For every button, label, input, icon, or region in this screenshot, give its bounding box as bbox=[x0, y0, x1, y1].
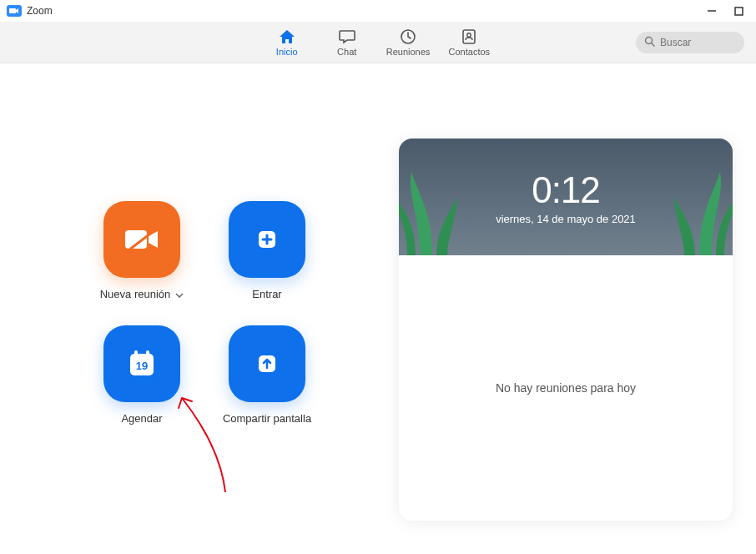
calendar-body: No hay reuniones para hoy bbox=[399, 255, 733, 521]
nav-tabs: Inicio Chat Reuniones Contactos bbox=[266, 28, 491, 57]
home-icon bbox=[278, 28, 296, 45]
video-camera-icon bbox=[103, 201, 180, 278]
new-meeting-tile[interactable]: Nueva reunión bbox=[100, 201, 184, 300]
tab-label: Inicio bbox=[276, 47, 298, 57]
tile-label: Compartir pantalla bbox=[223, 412, 311, 425]
clock-time: 0:12 bbox=[532, 169, 600, 211]
zoom-logo-icon bbox=[7, 5, 22, 17]
main-content: Nueva reunión Entrar bbox=[0, 63, 756, 554]
tab-inicio[interactable]: Inicio bbox=[266, 28, 308, 57]
tile-grid: Nueva reunión Entrar bbox=[79, 201, 330, 425]
action-tiles-panel: Nueva reunión Entrar bbox=[17, 88, 392, 537]
search-box[interactable] bbox=[636, 32, 744, 53]
svg-rect-0 bbox=[9, 8, 16, 13]
tab-reuniones[interactable]: Reuniones bbox=[386, 28, 431, 57]
titlebar: Zoom bbox=[0, 0, 756, 22]
svg-point-5 bbox=[467, 33, 471, 36]
search-input[interactable] bbox=[660, 37, 736, 48]
tile-label: Nueva reunión bbox=[100, 288, 184, 300]
tile-label: Entrar bbox=[252, 288, 281, 300]
tab-label: Contactos bbox=[449, 47, 491, 57]
svg-line-7 bbox=[652, 43, 655, 46]
tab-label: Chat bbox=[337, 47, 356, 57]
share-screen-tile[interactable]: Compartir pantalla bbox=[223, 325, 311, 425]
join-tile[interactable]: Entrar bbox=[229, 201, 305, 300]
search-icon bbox=[644, 35, 655, 50]
no-meetings-text: No hay reuniones para hoy bbox=[496, 381, 636, 395]
calendar-card: 0:12 viernes, 14 de mayo de 2021 No hay … bbox=[399, 138, 733, 521]
tab-chat[interactable]: Chat bbox=[326, 28, 368, 57]
calendar-header: 0:12 viernes, 14 de mayo de 2021 bbox=[399, 138, 733, 255]
chat-icon bbox=[339, 28, 355, 45]
window-controls bbox=[706, 5, 749, 17]
contacts-icon bbox=[461, 28, 477, 45]
svg-rect-14 bbox=[134, 350, 138, 357]
window-title: Zoom bbox=[27, 5, 53, 17]
titlebar-left: Zoom bbox=[7, 5, 53, 17]
clock-date: viernes, 14 de mayo de 2021 bbox=[496, 213, 636, 225]
chevron-down-icon[interactable] bbox=[175, 288, 184, 300]
calendar-panel: 0:12 viernes, 14 de mayo de 2021 No hay … bbox=[392, 88, 739, 537]
tile-label: Agendar bbox=[121, 412, 162, 425]
tab-contactos[interactable]: Contactos bbox=[448, 28, 490, 57]
svg-text:19: 19 bbox=[136, 360, 148, 372]
clock-icon bbox=[400, 28, 416, 45]
minimize-button[interactable] bbox=[706, 5, 718, 17]
maximize-button[interactable] bbox=[733, 5, 744, 17]
calendar-icon: 19 bbox=[103, 325, 180, 402]
svg-rect-2 bbox=[735, 8, 743, 15]
plus-icon bbox=[229, 201, 305, 278]
schedule-tile[interactable]: 19 Agendar bbox=[103, 325, 180, 425]
svg-rect-15 bbox=[146, 350, 149, 357]
toolbar: Inicio Chat Reuniones Contactos bbox=[0, 22, 756, 63]
plant-decoration-icon bbox=[399, 164, 466, 255]
share-up-icon bbox=[229, 325, 305, 402]
plant-decoration-icon bbox=[666, 164, 733, 255]
tab-label: Reuniones bbox=[386, 47, 431, 57]
